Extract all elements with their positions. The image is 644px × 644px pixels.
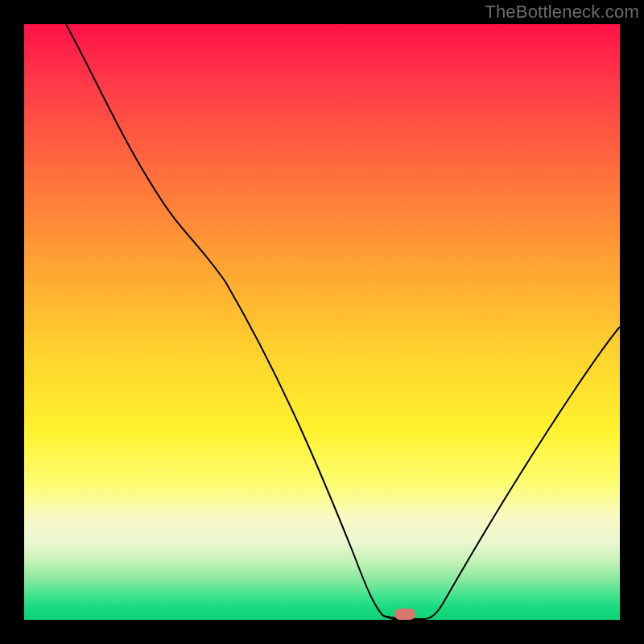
chart-frame: TheBottleneck.com xyxy=(0,0,644,644)
bottleneck-curve xyxy=(24,24,620,620)
plot-area xyxy=(24,24,620,620)
optimal-point-marker xyxy=(394,609,415,620)
watermark-text: TheBottleneck.com xyxy=(485,2,639,23)
